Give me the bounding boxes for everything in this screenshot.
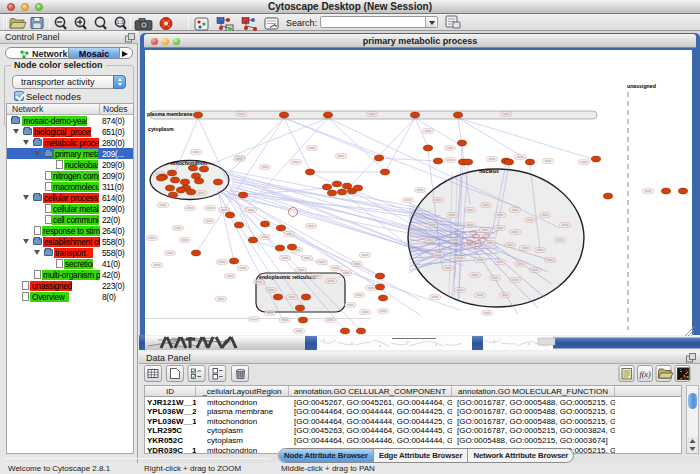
- svg-text:nucleus: nucleus: [479, 168, 499, 174]
- svg-text:cytoplasm: cytoplasm: [148, 126, 174, 132]
- svg-text:mitochondrion: mitochondrion: [171, 160, 207, 166]
- svg-text:plasma membrane: plasma membrane: [147, 111, 193, 117]
- svg-text:f(x): f(x): [639, 370, 650, 379]
- svg-text:1:1: 1:1: [117, 19, 124, 25]
- svg-text:unassigned: unassigned: [627, 83, 656, 89]
